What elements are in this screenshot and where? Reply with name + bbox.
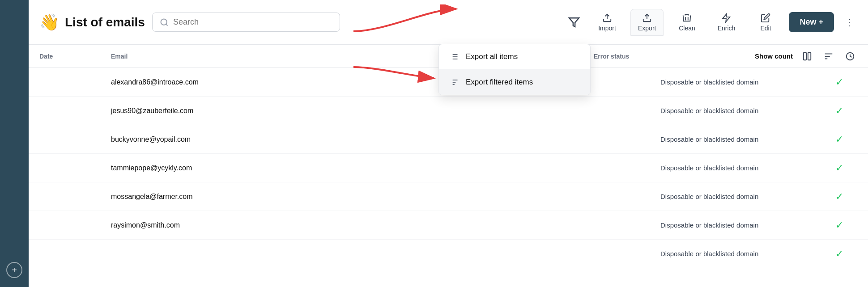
page-emoji: 👋 bbox=[39, 13, 60, 32]
row-error: Disposable or blacklisted domain bbox=[660, 78, 821, 86]
edit-button[interactable]: Edit bbox=[749, 9, 782, 35]
export-btn-container: Export bbox=[630, 9, 664, 36]
row-error: Disposable or blacklisted domain bbox=[660, 221, 821, 229]
row-email: mossangela@farmer.com bbox=[102, 193, 589, 201]
col-header-date: Date bbox=[39, 53, 102, 60]
row-email: tammiepope@ycykly.com bbox=[102, 164, 589, 172]
svg-point-0 bbox=[161, 19, 166, 25]
row-check-icon: ✓ bbox=[821, 191, 857, 203]
row-error: Disposable or blacklisted domain bbox=[660, 164, 821, 172]
search-container[interactable] bbox=[152, 13, 340, 32]
show-count-label: Show count bbox=[755, 52, 793, 60]
row-email: jesus90@zauberfeile.com bbox=[102, 107, 589, 115]
enrich-icon bbox=[721, 13, 731, 23]
row-check-icon: ✓ bbox=[821, 76, 857, 88]
export-all-items-option[interactable]: Export all items bbox=[439, 44, 590, 70]
clean-label: Clean bbox=[679, 25, 695, 32]
svg-marker-2 bbox=[569, 18, 579, 27]
row-check-icon: ✓ bbox=[821, 134, 857, 145]
filter-icon bbox=[568, 17, 580, 28]
export-filtered-items-option[interactable]: Export filtered items bbox=[439, 70, 590, 95]
svg-marker-7 bbox=[723, 13, 730, 21]
svg-rect-23 bbox=[808, 52, 811, 60]
import-button[interactable]: Import bbox=[591, 9, 623, 35]
export-icon bbox=[642, 13, 652, 23]
export-label: Export bbox=[638, 25, 656, 32]
export-dropdown: Export all items Export filtered items bbox=[438, 44, 591, 95]
enrich-button[interactable]: Enrich bbox=[710, 9, 742, 35]
row-check-icon: ✓ bbox=[821, 162, 857, 174]
page-title-area: 👋 List of emails bbox=[39, 13, 145, 32]
table-row[interactable]: jesus90@zauberfeile.com Disposable or bl… bbox=[29, 97, 868, 125]
header: 👋 List of emails bbox=[29, 0, 868, 45]
edit-label: Edit bbox=[760, 25, 771, 32]
table-row[interactable]: raysimon@smith.com Disposable or blackli… bbox=[29, 211, 868, 240]
row-error: Disposable or blacklisted domain bbox=[660, 107, 821, 114]
new-button[interactable]: New + bbox=[789, 12, 834, 32]
more-options-button[interactable]: ⋮ bbox=[841, 14, 857, 30]
table-row[interactable]: Disposable or blacklisted domain ✓ bbox=[29, 240, 868, 268]
row-email: buckyvonne@yopail.com bbox=[102, 135, 589, 144]
import-icon bbox=[602, 13, 612, 23]
enrich-label: Enrich bbox=[718, 25, 736, 32]
table-row[interactable]: buckyvonne@yopail.com Disposable or blac… bbox=[29, 125, 868, 154]
list-all-icon bbox=[450, 52, 459, 61]
list-filter-icon bbox=[450, 78, 459, 87]
history-button[interactable] bbox=[843, 49, 857, 63]
main-content: 👋 List of emails bbox=[29, 0, 868, 287]
svg-line-1 bbox=[166, 24, 168, 25]
svg-rect-22 bbox=[804, 52, 806, 60]
clean-button[interactable]: Clean bbox=[671, 9, 703, 35]
row-check-icon: ✓ bbox=[821, 105, 857, 117]
columns-toggle-button[interactable] bbox=[800, 49, 814, 63]
sidebar-add-button[interactable]: + bbox=[6, 262, 22, 278]
history-icon bbox=[845, 51, 855, 61]
col-header-error: Error status bbox=[594, 53, 755, 60]
table-row[interactable]: mossangela@farmer.com Disposable or blac… bbox=[29, 182, 868, 211]
search-icon bbox=[160, 18, 169, 27]
search-input[interactable] bbox=[173, 17, 332, 27]
filter-button[interactable] bbox=[564, 13, 584, 32]
columns-icon bbox=[802, 51, 812, 61]
export-button[interactable]: Export bbox=[630, 9, 664, 36]
clean-icon bbox=[682, 13, 692, 23]
import-label: Import bbox=[598, 25, 616, 32]
page-title: List of emails bbox=[65, 15, 145, 30]
row-error: Disposable or blacklisted domain bbox=[660, 193, 821, 200]
row-check-icon: ✓ bbox=[821, 219, 857, 231]
row-error: Disposable or blacklisted domain bbox=[660, 135, 821, 143]
edit-icon bbox=[761, 13, 770, 23]
table-row[interactable]: tammiepope@ycykly.com Disposable or blac… bbox=[29, 154, 868, 182]
row-check-icon: ✓ bbox=[821, 248, 857, 260]
row-email: raysimon@smith.com bbox=[102, 221, 589, 229]
sort-icon bbox=[824, 51, 834, 61]
row-error: Disposable or blacklisted domain bbox=[660, 250, 821, 257]
col-actions: Show count bbox=[755, 49, 857, 63]
sidebar: + bbox=[0, 0, 29, 287]
sort-button[interactable] bbox=[821, 49, 836, 63]
